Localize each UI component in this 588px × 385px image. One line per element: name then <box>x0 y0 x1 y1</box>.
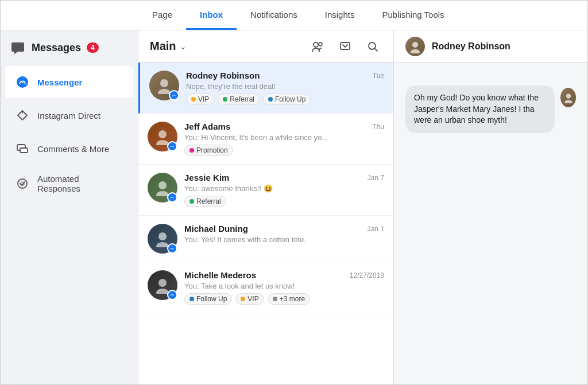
tag-dot <box>223 97 227 102</box>
conv-name: Jeff Adams <box>184 122 230 131</box>
instagram-icon <box>14 107 30 123</box>
conv-content: Michael DuningJan 1You: Yes! It comes wi… <box>184 224 384 247</box>
sidebar-label: Messenger <box>37 77 82 87</box>
svg-point-31 <box>564 100 572 103</box>
svg-point-29 <box>411 49 420 53</box>
tag-label: Promotion <box>196 146 228 154</box>
message-bubble: Oh my God! Do you know what the Jasper's… <box>405 85 555 133</box>
tag-label: Follow Up <box>196 295 227 303</box>
svg-point-9 <box>314 42 318 47</box>
tag-dot <box>189 297 194 301</box>
svg-point-12 <box>369 42 376 49</box>
inbox-panel: Main ⌄ <box>138 30 394 384</box>
avatar-wrap <box>148 224 177 254</box>
tag: Follow Up <box>263 94 311 105</box>
conv-top-row: Rodney RobinsonTue <box>186 71 384 80</box>
tag-dot <box>268 97 273 102</box>
contact-name: Rodney Robinson <box>432 41 510 52</box>
nav-item-inbox[interactable]: Inbox <box>186 1 237 30</box>
nav-item-publishing-tools[interactable]: Publishing Tools <box>368 1 458 30</box>
sidebar: Messages 4 MessengerInstagram DirectComm… <box>1 30 138 384</box>
sender-avatar <box>560 88 576 107</box>
conv-top-row: Michelle Mederos12/27/2018 <box>184 270 384 280</box>
nav-item-notifications[interactable]: Notifications <box>237 1 311 30</box>
tag-dot <box>189 199 194 204</box>
tag-label: +3 more <box>280 295 305 303</box>
messenger-badge <box>167 243 177 254</box>
avatar-wrap <box>149 71 179 100</box>
compose-icon[interactable] <box>336 37 354 56</box>
sidebar-label: Automated Responses <box>37 174 124 193</box>
conv-preview: You: awesome thanks!! 😆 <box>184 184 384 193</box>
messenger-badge <box>167 290 177 300</box>
svg-point-30 <box>566 94 570 98</box>
tag-dot <box>189 148 194 153</box>
conversation-list: Rodney RobinsonTueNope, they're the real… <box>138 63 393 384</box>
sidebar-label: Comments & More <box>37 144 109 154</box>
sidebar-item-messenger[interactable]: Messenger <box>5 66 133 98</box>
search-icon[interactable] <box>363 37 382 56</box>
conv-time: Thu <box>372 123 384 131</box>
svg-rect-6 <box>20 148 28 153</box>
conv-content: Jeff AdamsThuYou: Hi Vincent, It's been … <box>184 122 384 156</box>
nav-item-insights[interactable]: Insights <box>311 1 369 30</box>
conv-preview: Nope, they're the real deal! <box>186 82 384 91</box>
sidebar-item-instagram-direct[interactable]: Instagram Direct <box>5 99 133 131</box>
tag-label: VIP <box>247 295 258 303</box>
message-text: Oh my God! Do you know what the Jasper's… <box>414 93 539 125</box>
tag: Referral <box>184 196 226 207</box>
top-nav: PageInboxNotificationsInsightsPublishing… <box>1 1 587 30</box>
sidebar-item-comments-&-more[interactable]: Comments & More <box>5 133 133 165</box>
avatar-wrap <box>148 122 177 151</box>
conversation-item[interactable]: Michael DuningJan 1You: Yes! It comes wi… <box>138 216 393 262</box>
tag: VIP <box>186 94 214 105</box>
messenger-icon <box>14 74 30 90</box>
sidebar-item-automated-responses[interactable]: Automated Responses <box>5 166 133 201</box>
tag-dot <box>191 97 196 102</box>
people-icon[interactable] <box>308 37 327 56</box>
tag-label: Follow Up <box>275 95 305 103</box>
conv-name: Michael Duning <box>184 224 248 234</box>
svg-point-7 <box>18 179 27 188</box>
svg-rect-1 <box>11 42 24 52</box>
conversation-item[interactable]: Rodney RobinsonTueNope, they're the real… <box>138 63 393 114</box>
conv-time: 12/27/2018 <box>350 271 384 279</box>
svg-point-25 <box>158 279 167 287</box>
message-area: Oh my God! Do you know what the Jasper's… <box>394 63 587 384</box>
conv-preview: You: Take a look and let us know! <box>184 282 384 290</box>
messenger-badge <box>169 90 179 100</box>
conversation-item[interactable]: Michelle Mederos12/27/2018You: Take a lo… <box>138 262 393 313</box>
conv-content: Rodney RobinsonTueNope, they're the real… <box>186 71 384 105</box>
svg-point-19 <box>158 181 167 189</box>
avatar-wrap <box>148 270 177 300</box>
conv-tags: VIPReferralFollow Up <box>186 94 384 105</box>
conv-preview: You: Yes! It comes with a cotton tote. <box>184 235 384 244</box>
conv-preview: You: Hi Vincent, It's been a while since… <box>184 133 384 142</box>
svg-point-10 <box>319 42 322 46</box>
comments-icon <box>14 141 30 157</box>
messenger-badge <box>167 141 177 151</box>
right-panel: Rodney Robinson Oh my God! Do you know w… <box>394 30 587 384</box>
inbox-dropdown-icon[interactable]: ⌄ <box>180 42 187 51</box>
svg-point-16 <box>158 130 167 138</box>
tag: Follow Up <box>184 293 232 305</box>
messenger-badge <box>167 192 177 203</box>
conv-top-row: Jeff AdamsThu <box>184 122 384 131</box>
conversation-item[interactable]: Jeff AdamsThuYou: Hi Vincent, It's been … <box>138 114 393 165</box>
conv-top-row: Jessie KimJan 7 <box>184 173 384 182</box>
tag-label: VIP <box>198 95 209 103</box>
sidebar-label: Instagram Direct <box>37 111 100 120</box>
svg-point-28 <box>412 42 418 48</box>
tag: Referral <box>218 94 260 105</box>
conv-name: Michelle Mederos <box>184 270 256 280</box>
conv-name: Rodney Robinson <box>186 71 260 80</box>
automated-icon <box>14 176 30 192</box>
inbox-title: Main <box>150 40 176 53</box>
conversation-item[interactable]: Jessie KimJan 7You: awesome thanks!! 😆Re… <box>138 165 393 216</box>
svg-point-13 <box>160 79 168 87</box>
conv-tags: Promotion <box>184 145 384 156</box>
conv-content: Michelle Mederos12/27/2018You: Take a lo… <box>184 270 384 305</box>
tag: VIP <box>235 293 264 305</box>
nav-item-page[interactable]: Page <box>138 1 186 30</box>
avatar-wrap <box>148 173 177 203</box>
